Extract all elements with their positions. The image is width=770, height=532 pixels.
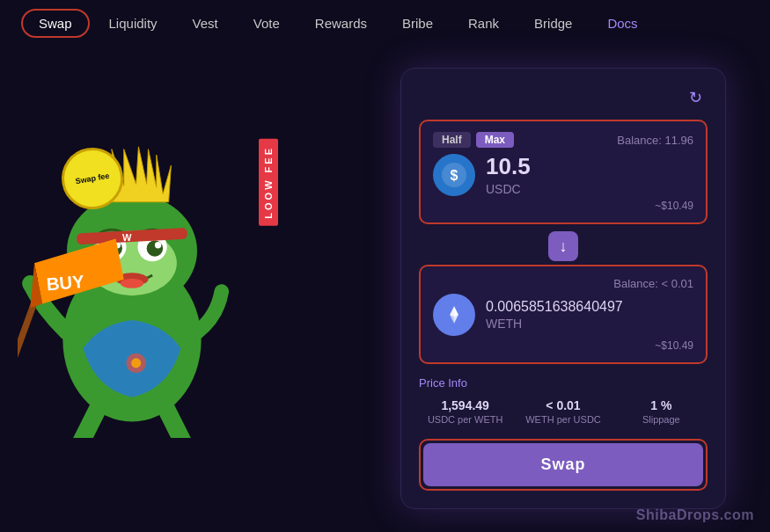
price-info-label[interactable]: Price Info: [419, 376, 708, 390]
svg-point-7: [147, 240, 164, 257]
max-button[interactable]: Max: [476, 132, 514, 148]
to-token-box: Balance: < 0.01 0.0065851638640497 WETH: [419, 265, 708, 364]
price-item-1: < 0.01 WETH per USDC: [517, 398, 609, 425]
nav-item-rank[interactable]: Rank: [452, 11, 515, 36]
price-info-grid: 1,594.49 USDC per WETH < 0.01 WETH per U…: [419, 398, 708, 425]
svg-point-9: [155, 242, 161, 248]
nav-item-vote[interactable]: Vote: [238, 11, 296, 36]
from-token-box: Half Max Balance: 11.96 $ 10.5 U: [419, 120, 708, 224]
eth-icon: [433, 294, 475, 336]
main-content: W BUY Swap fee LOOW FEE ↻: [0, 47, 770, 530]
to-token-row: 0.0065851638640497 WETH: [433, 294, 693, 336]
mascot-svg: W BUY: [18, 113, 246, 438]
card-header: ↻: [419, 86, 708, 109]
to-usd-value: ~$10.49: [433, 339, 693, 352]
price-usdc-per-weth-value: 1,594.49: [419, 398, 511, 412]
half-button[interactable]: Half: [433, 132, 471, 148]
nav-item-bribe[interactable]: Bribe: [386, 11, 449, 36]
price-weth-per-usdc-value: < 0.01: [517, 398, 609, 412]
refresh-button[interactable]: ↻: [684, 86, 708, 109]
from-usd-value: ~$10.49: [433, 200, 693, 212]
nav-item-liquidity[interactable]: Liquidity: [93, 11, 173, 36]
price-info-section: Price Info 1,594.49 USDC per WETH < 0.01…: [419, 376, 708, 425]
nav-item-swap[interactable]: Swap: [21, 9, 90, 38]
to-amount: 0.0065851638640497: [486, 299, 623, 315]
swap-button[interactable]: Swap: [423, 443, 703, 486]
svg-text:BUY: BUY: [46, 272, 85, 295]
svg-point-11: [121, 279, 143, 288]
price-usdc-per-weth-label: USDC per WETH: [419, 414, 511, 425]
swap-direction-button[interactable]: ↓: [548, 231, 578, 261]
watermark: ShibaDrops.com: [636, 507, 754, 523]
nav-item-docs[interactable]: Docs: [591, 11, 653, 36]
svg-text:$: $: [451, 168, 458, 183]
price-item-0: 1,594.49 USDC per WETH: [419, 398, 511, 425]
usdc-icon: $: [433, 154, 475, 196]
to-token-info: 0.0065851638640497 WETH: [486, 299, 623, 331]
nav-item-bridge[interactable]: Bridge: [518, 11, 588, 36]
balance-buttons: Half Max: [433, 132, 514, 148]
nav-item-vest[interactable]: Vest: [177, 11, 234, 36]
from-balance-text: Balance: 11.96: [617, 134, 693, 147]
to-symbol: WETH: [486, 317, 623, 331]
slippage-label: Slippage: [615, 414, 708, 425]
price-weth-per-usdc-label: WETH per USDC: [517, 414, 609, 425]
from-token-info: 10.5 USDC: [486, 153, 531, 196]
from-amount: 10.5: [486, 153, 531, 180]
from-symbol: USDC: [486, 182, 531, 196]
to-balance-text: Balance: < 0.01: [613, 277, 693, 290]
navbar: Swap Liquidity Vest Vote Rewards Bribe R…: [0, 0, 770, 47]
swap-card: ↻ Half Max Balance: 11.96 $: [400, 68, 726, 509]
price-item-2: 1 % Slippage: [615, 398, 708, 425]
from-token-row: $ 10.5 USDC: [433, 153, 693, 196]
swap-button-wrap: Swap: [419, 439, 708, 491]
swap-direction: ↓: [419, 231, 708, 261]
svg-text:W: W: [122, 232, 132, 243]
slippage-value: 1 %: [615, 398, 708, 412]
svg-point-21: [131, 358, 141, 368]
nav-item-rewards[interactable]: Rewards: [299, 11, 383, 36]
from-balance-row: Half Max Balance: 11.96: [433, 132, 693, 148]
low-fee-banner: LOOW FEE: [259, 139, 278, 226]
mascot-area: W BUY Swap fee LOOW FEE: [18, 95, 290, 526]
